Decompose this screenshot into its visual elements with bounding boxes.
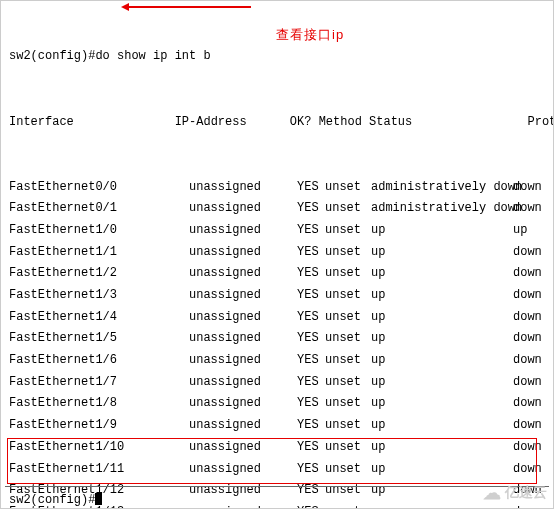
cell-status: up — [371, 307, 513, 329]
cell-ip: unassigned — [189, 242, 297, 264]
cell-ip: unassigned — [189, 198, 297, 220]
cell-status: up — [371, 415, 513, 437]
cell-ip: unassigned — [189, 328, 297, 350]
cell-protocol: down — [513, 198, 541, 220]
cell-status: administratively down — [371, 198, 513, 220]
cell-status: up — [371, 242, 513, 264]
cell-method: unset — [325, 480, 371, 502]
prompt-text: sw2(config)# — [9, 493, 95, 507]
cell-ip: unassigned — [189, 372, 297, 394]
table-row: FastEthernet1/11unassignedYESunsetupdown — [9, 459, 549, 481]
cell-interface: FastEthernet1/0 — [9, 220, 189, 242]
cell-method: unset — [325, 177, 371, 199]
cell-protocol: down — [513, 242, 541, 264]
cell-interface: FastEthernet1/2 — [9, 263, 189, 285]
cell-interface: FastEthernet0/0 — [9, 177, 189, 199]
table-row: FastEthernet0/0unassignedYESunsetadminis… — [9, 177, 549, 199]
cell-ok: YES — [297, 198, 325, 220]
watermark-text: 亿速云 — [505, 482, 547, 504]
cell-ok: YES — [297, 263, 325, 285]
cell-method: unset — [325, 198, 371, 220]
cell-ip: unassigned — [189, 177, 297, 199]
cell-method: unset — [325, 285, 371, 307]
cell-status: administratively down — [371, 177, 513, 199]
cell-protocol: down — [513, 263, 541, 285]
table-row: FastEthernet1/6unassignedYESunsetupdown — [9, 350, 549, 372]
cell-method: unset — [325, 459, 371, 481]
cell-protocol: down — [513, 437, 541, 459]
cell-interface: FastEthernet1/7 — [9, 372, 189, 394]
cell-ok: YES — [297, 480, 325, 502]
cell-interface: FastEthernet1/6 — [9, 350, 189, 372]
cell-interface: FastEthernet1/4 — [9, 307, 189, 329]
table-row: FastEthernet1/5unassignedYESunsetupdown — [9, 328, 549, 350]
cell-status: up — [371, 328, 513, 350]
cell-method: unset — [325, 220, 371, 242]
table-row: FastEthernet1/1unassignedYESunsetupdown — [9, 242, 549, 264]
cell-ok: YES — [297, 328, 325, 350]
cell-interface: FastEthernet1/3 — [9, 285, 189, 307]
cell-protocol: down — [513, 328, 541, 350]
separator-line — [5, 486, 549, 487]
cell-status: up — [371, 263, 513, 285]
cell-interface: FastEthernet1/8 — [9, 393, 189, 415]
cell-ok: YES — [297, 393, 325, 415]
cell-ip: unassigned — [189, 415, 297, 437]
cell-method: unset — [325, 415, 371, 437]
cell-ok: YES — [297, 350, 325, 372]
cell-ip: unassigned — [189, 285, 297, 307]
prompt-line: sw2(config)#do show ip int b — [9, 46, 549, 68]
annotation-text: 查看接口ip — [276, 24, 344, 46]
cell-ip: unassigned — [189, 459, 297, 481]
table-row: FastEthernet1/0unassignedYESunsetupup — [9, 220, 549, 242]
watermark: ☁ 亿速云 — [483, 482, 547, 504]
cell-interface: FastEthernet0/1 — [9, 198, 189, 220]
cell-method: unset — [325, 242, 371, 264]
cell-method: unset — [325, 372, 371, 394]
table-row: FastEthernet1/4unassignedYESunsetupdown — [9, 307, 549, 329]
cell-protocol: down — [513, 372, 541, 394]
cursor-icon — [95, 493, 102, 505]
table-row: FastEthernet1/8unassignedYESunsetupdown — [9, 393, 549, 415]
cell-status: up — [371, 459, 513, 481]
cell-interface: FastEthernet1/11 — [9, 459, 189, 481]
cell-interface: FastEthernet1/5 — [9, 328, 189, 350]
cell-protocol: down — [513, 350, 541, 372]
cell-ok: YES — [297, 242, 325, 264]
cell-method: unset — [325, 350, 371, 372]
cell-status: up — [371, 285, 513, 307]
cell-ip: unassigned — [189, 437, 297, 459]
cell-ip: unassigned — [189, 393, 297, 415]
table-row: FastEthernet1/3unassignedYESunsetupdown — [9, 285, 549, 307]
cell-ip: unassigned — [189, 480, 297, 502]
cell-interface: FastEthernet1/9 — [9, 415, 189, 437]
cell-protocol: down — [513, 307, 541, 329]
table-row: FastEthernet0/1unassignedYESunsetadminis… — [9, 198, 549, 220]
cell-method: unset — [325, 263, 371, 285]
table-row: FastEthernet1/9unassignedYESunsetupdown — [9, 415, 549, 437]
cell-method: unset — [325, 502, 371, 509]
cell-ok: YES — [297, 415, 325, 437]
cell-status: up — [371, 372, 513, 394]
cell-status: up — [371, 220, 513, 242]
cell-method: unset — [325, 328, 371, 350]
cell-ok: YES — [297, 459, 325, 481]
table-row: FastEthernet1/2unassignedYESunsetupdown — [9, 263, 549, 285]
cell-ok: YES — [297, 177, 325, 199]
cloud-icon: ☁ — [483, 486, 501, 500]
cell-protocol: down — [513, 415, 541, 437]
cell-ok: YES — [297, 220, 325, 242]
cell-ok: YES — [297, 437, 325, 459]
cell-status: up — [371, 350, 513, 372]
cell-status: up — [371, 437, 513, 459]
cell-ip: unassigned — [189, 502, 297, 509]
cell-ip: unassigned — [189, 307, 297, 329]
cell-ok: YES — [297, 285, 325, 307]
cell-method: unset — [325, 437, 371, 459]
cell-protocol: down — [513, 459, 541, 481]
cell-interface: FastEthernet1/1 — [9, 242, 189, 264]
cell-interface: FastEthernet1/10 — [9, 437, 189, 459]
prompt-input-line[interactable]: sw2(config)# — [9, 490, 102, 509]
cell-method: unset — [325, 393, 371, 415]
cell-protocol: up — [513, 220, 541, 242]
